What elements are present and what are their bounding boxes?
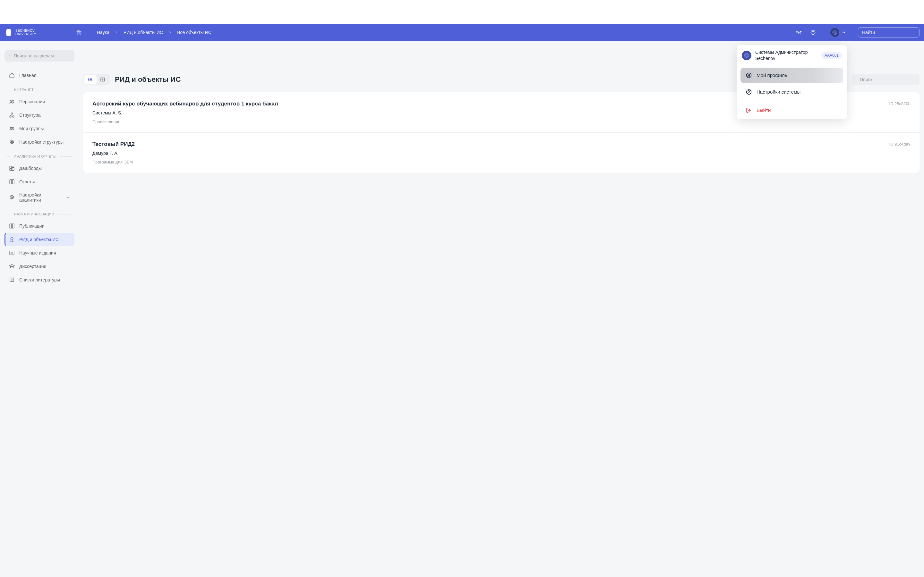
svg-rect-18 — [10, 116, 11, 117]
nav-groups[interactable]: Мои группы — [5, 122, 74, 135]
dropdown-logout[interactable]: Выйти — [740, 103, 843, 118]
logo[interactable]: SECHENOVUNIVERSITY — [5, 28, 69, 37]
main-search-input[interactable] — [860, 77, 916, 82]
view-table-button[interactable] — [97, 75, 109, 84]
sidebar: Главная ИНТРАНЕТ Персоналии Структура Мо… — [0, 41, 79, 177]
svg-line-14 — [10, 56, 10, 56]
search-icon — [9, 53, 11, 58]
help-icon — [810, 29, 816, 35]
dropdown-label: Выйти — [756, 107, 771, 113]
svg-point-41 — [89, 81, 89, 81]
svg-point-5 — [800, 31, 801, 32]
list-item[interactable]: Тестовый РИД2 Демура Т. А. Программа для… — [83, 133, 919, 173]
svg-point-22 — [11, 141, 13, 143]
user-menu-button[interactable] — [830, 27, 846, 37]
svg-point-9 — [834, 31, 837, 34]
logout-icon — [746, 107, 752, 113]
svg-point-40 — [89, 79, 89, 79]
logo-text: SECHENOVUNIVERSITY — [15, 29, 36, 36]
item-title: Авторский курс обучающих вебинаров для с… — [92, 101, 278, 107]
page-title: РИД и объекты ИС — [115, 75, 181, 84]
sidebar-search[interactable] — [5, 50, 74, 61]
user-name: Системы Администратор Sechenov — [755, 49, 817, 61]
view-list-button[interactable] — [84, 75, 97, 84]
section-analytics: АНАЛИТИКА И ОТЧЕТЫ — [5, 149, 74, 161]
svg-point-20 — [10, 127, 11, 129]
dashboard-icon — [9, 165, 15, 171]
item-id: ID 25c820b — [889, 101, 911, 106]
dropdown-header: Системы Администратор Sechenov AAA001 — [737, 45, 847, 66]
nav-struct-settings[interactable]: Настройки структуры — [5, 135, 74, 149]
item-id: ID 91c4da9 — [889, 142, 911, 147]
svg-point-54 — [750, 90, 751, 90]
svg-point-16 — [13, 100, 14, 101]
svg-rect-23 — [10, 166, 11, 169]
fingerprint-icon — [832, 29, 838, 35]
nav-dashboards[interactable]: Дашборды — [5, 161, 74, 175]
breadcrumb-item[interactable]: Наука — [97, 30, 110, 35]
avatar — [742, 51, 751, 60]
avatar — [830, 27, 840, 37]
item-type: Программа для ЭВМ — [92, 160, 135, 164]
svg-rect-25 — [10, 169, 11, 171]
svg-rect-24 — [12, 166, 14, 168]
home-icon — [9, 73, 15, 78]
nav-personalii[interactable]: Персоналии — [5, 95, 74, 108]
svg-point-39 — [89, 78, 89, 78]
nav-label: Мои группы — [19, 126, 44, 131]
breadcrumb-item[interactable]: Все объекты ИС — [177, 30, 212, 35]
dropdown-settings[interactable]: Настройки системы — [740, 84, 843, 100]
svg-point-8 — [834, 32, 836, 33]
global-search[interactable] — [858, 27, 919, 37]
svg-point-48 — [745, 54, 748, 57]
sidebar-search-input[interactable] — [14, 53, 70, 58]
nav-label: Структура — [19, 113, 40, 118]
svg-point-47 — [746, 55, 748, 56]
nav-reports[interactable]: Отчеты — [5, 175, 74, 177]
pin-icon — [76, 29, 82, 35]
topbar: SECHENOVUNIVERSITY Наука РИД и объекты И… — [0, 24, 924, 41]
breadcrumb-item[interactable]: РИД и объекты ИС — [124, 30, 163, 35]
help-button[interactable] — [808, 27, 818, 37]
item-title: Тестовый РИД2 — [92, 141, 135, 147]
nav-label: Персоналии — [19, 99, 45, 104]
svg-point-15 — [11, 100, 12, 102]
brain-logo-icon — [5, 28, 13, 37]
gear-icon — [9, 139, 15, 145]
fingerprint-icon — [744, 53, 750, 58]
svg-point-13 — [9, 55, 10, 56]
dropdown-profile[interactable]: Мой профиль — [740, 68, 843, 83]
table-icon — [100, 77, 105, 82]
nav-label: Настройки структуры — [19, 139, 63, 145]
svg-point-53 — [748, 91, 750, 92]
groups-icon — [9, 126, 15, 131]
main-search[interactable] — [852, 74, 919, 85]
svg-rect-26 — [12, 168, 14, 171]
svg-rect-17 — [11, 113, 13, 114]
sliders-icon — [796, 29, 802, 35]
nav-struktura[interactable]: Структура — [5, 108, 74, 122]
svg-point-51 — [748, 74, 750, 76]
global-search-input[interactable] — [862, 30, 918, 35]
section-intranet: ИНТРАНЕТ — [5, 82, 74, 95]
dropdown-label: Настройки системы — [756, 89, 800, 95]
nav-label: Главная — [19, 73, 36, 78]
settings-sliders-button[interactable] — [794, 27, 804, 37]
svg-point-4 — [798, 32, 800, 33]
user-badge: AAA001 — [821, 52, 842, 59]
users-icon — [9, 99, 15, 105]
user-icon — [746, 72, 752, 79]
svg-point-21 — [12, 127, 13, 129]
item-type: Произведение — [92, 119, 278, 124]
svg-point-3 — [796, 31, 798, 32]
item-author: Системы А. S. — [92, 110, 278, 115]
svg-rect-19 — [13, 116, 14, 117]
user-dropdown: Системы Администратор Sechenov AAA001 Мо… — [737, 45, 847, 119]
nav-home[interactable]: Главная — [5, 69, 74, 82]
user-gear-icon — [746, 89, 752, 95]
dropdown-label: Мой профиль — [756, 73, 787, 78]
list-icon — [88, 77, 93, 82]
chevron-right-icon — [115, 31, 118, 34]
pin-button[interactable] — [74, 27, 84, 37]
item-author: Демура Т. А. — [92, 151, 135, 156]
